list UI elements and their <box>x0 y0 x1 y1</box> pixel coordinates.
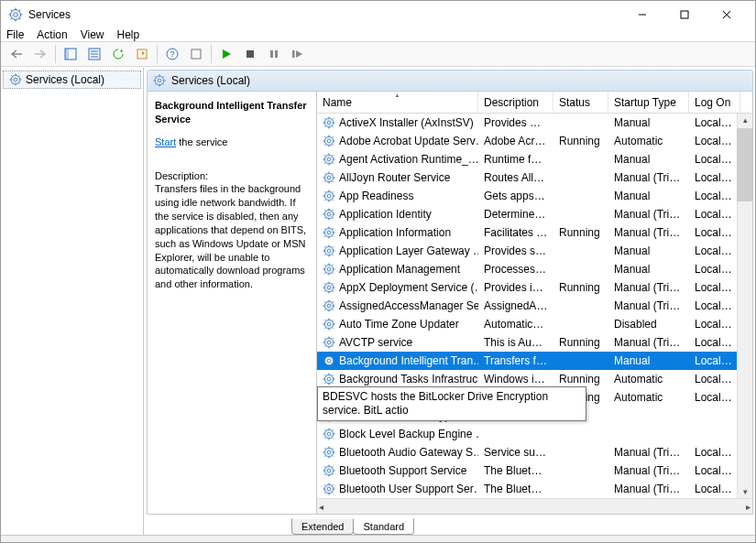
pane-header: Services (Local) <box>147 70 753 92</box>
close-button[interactable] <box>706 1 748 28</box>
start-service-button[interactable] <box>215 44 237 64</box>
cell-desc: The Bluetoo… <box>478 483 553 495</box>
col-logon[interactable]: Log On <box>689 92 740 113</box>
tab-standard[interactable]: Standard <box>353 518 414 535</box>
cell-logon: Local Sy <box>689 153 740 166</box>
svg-rect-25 <box>270 50 273 58</box>
table-row[interactable]: Application Layer Gateway …Provides su…M… <box>317 242 752 260</box>
cell-startup: Manual (Trig… <box>608 464 689 477</box>
start-service-link[interactable]: Start <box>155 136 176 147</box>
col-status[interactable]: Status <box>553 92 608 113</box>
cell-startup: Manual (Trig… <box>608 281 689 294</box>
cell-status: Running <box>553 373 608 386</box>
pause-service-button[interactable] <box>263 44 285 64</box>
cell-logon: Local Se <box>689 171 740 184</box>
restart-service-button[interactable] <box>287 44 309 64</box>
cell-startup: Manual (Trig… <box>608 171 689 184</box>
service-name-cell: Auto Time Zone Updater <box>317 318 478 331</box>
table-row[interactable]: AppX Deployment Service (…Provides inf…R… <box>317 278 752 297</box>
vertical-scrollbar[interactable]: ▴ ▾ <box>737 114 752 498</box>
cell-startup: Manual <box>608 263 689 276</box>
gear-icon <box>323 446 335 459</box>
scroll-right-icon[interactable]: ▸ <box>746 502 751 512</box>
cell-desc: Adobe Acro… <box>478 135 553 147</box>
sort-indicator-icon: ▲ <box>395 92 400 98</box>
menu-view[interactable]: View <box>81 28 104 41</box>
table-row[interactable]: Application ManagementProcesses in…Manua… <box>317 260 752 278</box>
table-row[interactable]: Agent Activation Runtime_…Runtime for…Ma… <box>317 150 752 168</box>
scroll-down-icon[interactable]: ▾ <box>743 487 748 496</box>
svg-rect-27 <box>292 50 295 58</box>
gear-icon <box>323 153 335 166</box>
scroll-left-icon[interactable]: ◂ <box>319 502 323 512</box>
service-name-cell: Application Identity <box>317 208 478 221</box>
stop-service-button[interactable] <box>239 44 261 64</box>
table-row[interactable]: App ReadinessGets apps re…ManualLocal Sy <box>317 187 752 205</box>
col-description[interactable]: Description <box>478 92 553 113</box>
table-row[interactable]: Auto Time Zone UpdaterAutomatica…Disable… <box>317 315 752 333</box>
service-name-cell: Agent Activation Runtime_… <box>317 153 478 166</box>
table-row[interactable]: Adobe Acrobat Update Serv…Adobe Acro…Run… <box>317 132 752 150</box>
table-row[interactable]: Block Level Backup Engine … <box>317 425 752 443</box>
table-row[interactable]: Bluetooth Support ServiceThe Bluetoo…Man… <box>317 462 752 480</box>
gear-icon <box>323 464 335 477</box>
table-row[interactable]: Background Tasks Infrastruc…Windows in…R… <box>317 370 752 388</box>
cell-logon: Local Sy <box>689 135 740 147</box>
table-row[interactable]: AVCTP serviceThis is Audi…RunningManual … <box>317 333 752 352</box>
svg-rect-15 <box>65 49 69 60</box>
gear-icon <box>323 318 335 331</box>
maximize-button[interactable] <box>663 1 706 28</box>
table-row[interactable]: Bluetooth User Support Ser…The Bluetoo…M… <box>317 480 752 498</box>
cell-startup: Manual <box>608 116 689 129</box>
help-button[interactable]: ? <box>161 44 183 64</box>
cell-logon: Local Sy <box>689 263 740 276</box>
col-startup[interactable]: Startup Type <box>608 92 689 113</box>
cell-startup: Automatic <box>608 373 689 386</box>
col-name[interactable]: Name ▲ <box>317 92 478 113</box>
right-pane: Services (Local) Background Intelligent … <box>144 68 755 535</box>
description-body: Transfers files in the background using … <box>155 182 307 291</box>
cell-logon: Local Sy <box>689 483 740 495</box>
cell-logon: Local Se <box>689 318 740 331</box>
cell-logon: Local Se <box>689 336 740 349</box>
cell-desc: Transfers fil… <box>478 354 553 367</box>
table-row[interactable]: ActiveX Installer (AxInstSV)Provides Us…… <box>317 114 752 132</box>
gear-icon <box>323 226 335 239</box>
cell-startup: Manual (Trig… <box>608 208 689 221</box>
cell-logon: Local Se <box>689 208 740 221</box>
show-hide-tree-button[interactable] <box>60 44 82 64</box>
menu-help[interactable]: Help <box>117 28 140 41</box>
refresh-button[interactable] <box>107 44 129 64</box>
horizontal-scrollbar[interactable]: ◂ ▸ <box>317 498 752 514</box>
cell-desc: Provides su… <box>478 244 553 257</box>
scroll-thumb[interactable] <box>737 128 752 201</box>
forward-button[interactable] <box>29 44 51 64</box>
properties-button[interactable] <box>83 44 105 64</box>
help-topics-button[interactable] <box>185 44 207 64</box>
tab-extended[interactable]: Extended <box>291 518 354 535</box>
menu-bar: File Action View Help <box>1 28 755 41</box>
cell-startup: Disabled <box>608 318 689 331</box>
table-row[interactable]: AllJoyn Router ServiceRoutes AllJo…Manua… <box>317 168 752 187</box>
scroll-up-icon[interactable]: ▴ <box>743 115 748 125</box>
table-row[interactable]: Application InformationFacilitates t…Run… <box>317 223 752 242</box>
menu-action[interactable]: Action <box>37 28 67 41</box>
table-row[interactable]: Background Intelligent Tran…Transfers fi… <box>317 352 752 370</box>
gear-icon <box>323 263 335 276</box>
table-row[interactable]: AssignedAccessManager Se…AssignedAc…Manu… <box>317 297 752 315</box>
cell-startup: Manual (Trig… <box>608 446 689 459</box>
table-row[interactable]: Bluetooth Audio Gateway S…Service sup…Ma… <box>317 443 752 462</box>
cell-status: Running <box>553 226 608 239</box>
svg-text:?: ? <box>170 49 174 59</box>
gear-icon <box>323 244 335 257</box>
status-bar <box>1 535 755 542</box>
table-row[interactable]: Application IdentityDetermines …Manual (… <box>317 205 752 223</box>
service-name-cell: AVCTP service <box>317 336 478 349</box>
gear-icon <box>323 483 335 495</box>
export-button[interactable] <box>131 44 153 64</box>
back-button[interactable] <box>5 44 27 64</box>
tree-root-item[interactable]: Services (Local) <box>3 71 141 89</box>
cell-startup: Manual <box>608 354 689 367</box>
minimize-button[interactable] <box>621 1 663 28</box>
menu-file[interactable]: File <box>6 28 24 41</box>
